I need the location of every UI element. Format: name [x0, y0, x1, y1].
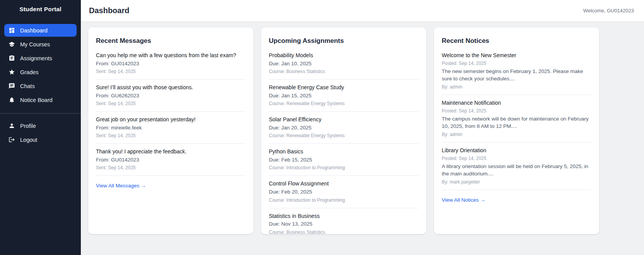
sidebar-item-logout[interactable]: Logout: [4, 133, 77, 146]
assignment-item: Control Flow Assignment Due: Feb 20, 202…: [269, 176, 419, 208]
sidebar-item-label: Assignments: [20, 55, 52, 61]
assignment-course: Course: Introduction to Programming: [269, 165, 419, 170]
message-text: Thank you! I appreciate the feedback.: [96, 148, 246, 155]
dashboard-content: Recent Messages Can you help me with a f…: [81, 22, 644, 255]
assignment-title: Probability Models: [269, 52, 419, 59]
assignment-due: Due: Feb 15, 2025: [269, 156, 419, 163]
message-text: Can you help me with a few questions fro…: [96, 52, 246, 59]
assignment-title: Renewable Energy Case Study: [269, 84, 419, 91]
sidebar-nav: Dashboard My Courses Assignments Grades …: [0, 23, 81, 107]
assignment-item: Renewable Energy Case Study Due: Jan 15,…: [269, 80, 419, 112]
sidebar-item-assignments[interactable]: Assignments: [4, 52, 77, 65]
bell-icon: [9, 97, 15, 103]
card-title: Recent Messages: [96, 37, 246, 45]
sidebar-item-label: Profile: [20, 123, 36, 129]
message-sent: Sent: Sep 14, 2025: [96, 69, 246, 74]
sidebar-divider: [0, 113, 81, 114]
sidebar-item-profile[interactable]: Profile: [4, 119, 77, 132]
assignment-title: Solar Panel Efficiency: [269, 116, 419, 123]
assignment-item: Probability Models Due: Jan 10, 2025 Cou…: [269, 48, 419, 80]
message-from: From: GU6262023: [96, 92, 246, 99]
sidebar-item-dashboard[interactable]: Dashboard: [4, 24, 77, 37]
recent-messages-card: Recent Messages Can you help me with a f…: [88, 27, 253, 234]
notice-body: The campus network will be down for main…: [442, 115, 591, 130]
top-header: Dashboard Welcome, GU0142023: [81, 0, 644, 22]
page-title: Dashboard: [89, 6, 129, 15]
upcoming-assignments-card: Upcoming Assignments Probability Models …: [261, 27, 426, 234]
app-title: Student Portal: [0, 6, 81, 13]
star-icon: [9, 69, 15, 75]
sidebar-footer-nav: Profile Logout: [0, 118, 81, 147]
assignment-item: Solar Panel Efficiency Due: Jan 20, 2025…: [269, 112, 419, 144]
sidebar: Student Portal Dashboard My Courses Assi…: [0, 0, 81, 255]
person-icon: [9, 122, 15, 129]
logout-icon: [9, 136, 15, 143]
assignment-due: Due: Jan 15, 2025: [269, 92, 419, 99]
sidebar-item-grades[interactable]: Grades: [4, 66, 77, 78]
sidebar-item-my-courses[interactable]: My Courses: [4, 38, 77, 51]
assignment-course: Course: Business Statistics: [269, 69, 419, 74]
notice-title: Welcome to the New Semester: [442, 52, 591, 59]
message-from: From: mireielle.feek: [96, 124, 246, 131]
assignment-course: Course: Renewable Energy Systems: [269, 101, 419, 106]
notice-by: By: admin: [442, 84, 591, 90]
sidebar-item-label: Chats: [20, 83, 35, 89]
notice-body: The new semester begins on February 1, 2…: [442, 68, 591, 83]
assignment-title: Statistics in Business: [269, 212, 419, 220]
sidebar-item-label: Dashboard: [20, 27, 48, 34]
message-text: Sure! I’ll assist you with those questio…: [96, 84, 246, 91]
notice-title: Library Orientation: [442, 147, 591, 154]
view-all-notices-link[interactable]: View All Notices →: [442, 197, 485, 203]
notice-item: Welcome to the New Semester Posted: Sep …: [442, 48, 591, 95]
assignment-due: Due: Nov 13, 2025: [269, 221, 419, 228]
welcome-text: Welcome, GU0142023: [583, 8, 634, 14]
message-sent: Sent: Sep 14, 2025: [96, 101, 246, 106]
sidebar-item-chats[interactable]: Chats: [4, 80, 77, 92]
dashboard-icon: [9, 27, 15, 34]
sidebar-item-label: Notice Board: [20, 97, 53, 103]
notice-item: Library Orientation Posted: Sep 14, 2025…: [442, 143, 591, 190]
message-item: Great job on your presentation yesterday…: [96, 112, 246, 144]
sidebar-item-label: Logout: [20, 137, 37, 143]
notice-title: Maintenance Notification: [442, 99, 591, 107]
assignment-title: Control Flow Assignment: [269, 180, 419, 187]
message-from: From: GU0142023: [96, 156, 246, 163]
assignment-course: Course: Business Statistics: [269, 230, 419, 234]
assignment-title: Python Basics: [269, 148, 419, 155]
sidebar-item-label: Grades: [20, 69, 39, 75]
clipboard-icon: [9, 55, 15, 61]
message-sent: Sent: Sep 14, 2025: [96, 165, 246, 170]
assignment-due: Due: Feb 20, 2025: [269, 189, 419, 196]
message-item: Can you help me with a few questions fro…: [96, 48, 246, 80]
main-area: Dashboard Welcome, GU0142023 Recent Mess…: [81, 0, 644, 255]
notice-by: By: mark.pargetter: [442, 179, 591, 185]
view-all-messages-link[interactable]: View All Messages →: [96, 183, 146, 189]
notice-by: By: admin: [442, 132, 591, 137]
card-title: Recent Notices: [442, 37, 591, 45]
notice-posted: Posted: Sep 14, 2025: [442, 61, 591, 66]
graduation-cap-icon: [9, 41, 15, 48]
message-item: Thank you! I appreciate the feedback. Fr…: [96, 144, 246, 176]
message-text: Great job on your presentation yesterday…: [96, 116, 246, 123]
chat-bubble-icon: [9, 83, 15, 89]
assignment-due: Due: Jan 10, 2025: [269, 60, 419, 67]
message-item: Sure! I’ll assist you with those questio…: [96, 80, 246, 112]
assignment-item: Python Basics Due: Feb 15, 2025 Course: …: [269, 144, 419, 176]
notice-body: A library orientation session will be he…: [442, 163, 591, 178]
assignment-course: Course: Renewable Energy Systems: [269, 133, 419, 138]
notice-item: Maintenance Notification Posted: Sep 14,…: [442, 95, 591, 143]
sidebar-item-notice-board[interactable]: Notice Board: [4, 94, 77, 106]
recent-notices-card: Recent Notices Welcome to the New Semest…: [434, 27, 599, 234]
message-from: From: GU0142023: [96, 60, 246, 67]
card-title: Upcoming Assignments: [269, 37, 419, 45]
assignment-item: Statistics in Business Due: Nov 13, 2025…: [269, 208, 419, 234]
notice-posted: Posted: Sep 14, 2025: [442, 108, 591, 114]
sidebar-item-label: My Courses: [20, 41, 50, 48]
assignment-due: Due: Jan 20, 2025: [269, 124, 419, 131]
message-sent: Sent: Sep 14, 2025: [96, 133, 246, 138]
assignment-course: Course: Introduction to Programming: [269, 197, 419, 203]
notice-posted: Posted: Sep 14, 2025: [442, 156, 591, 161]
